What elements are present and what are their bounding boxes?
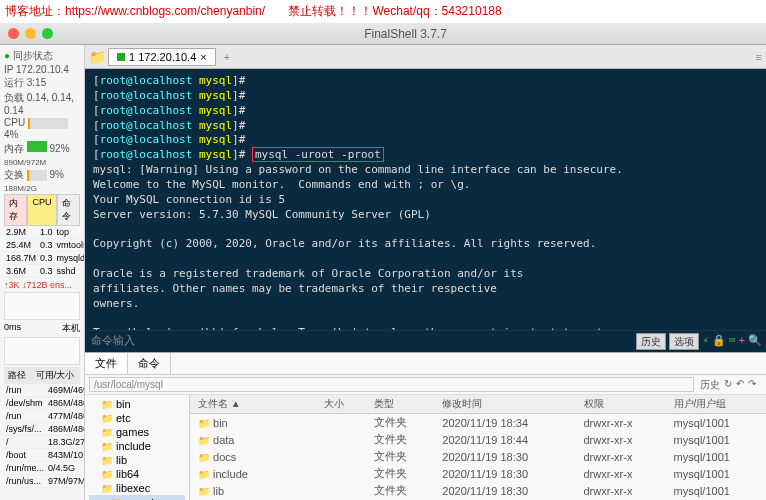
file-list[interactable]: 文件名 ▲大小类型修改时间权限用户/用户组 📁 bin文件夹2020/11/19… — [190, 395, 766, 500]
lock-icon[interactable]: 🔒 — [712, 334, 726, 349]
session-tab[interactable]: 1 172.20.10.4× — [108, 48, 216, 66]
history-button[interactable]: 历史 — [636, 333, 666, 351]
window-title: FinalShell 3.7.7 — [53, 27, 758, 41]
refresh-icon[interactable]: ↻ — [724, 378, 732, 392]
maximize-window-button[interactable] — [42, 28, 53, 39]
bolt-icon[interactable]: ⚡ — [702, 334, 709, 349]
back-icon[interactable]: ↶ — [736, 378, 744, 392]
header-warning: 博客地址：https://www.cnblogs.com/chenyanbin/… — [0, 0, 766, 23]
session-tab-bar: 📁 1 172.20.10.4× + ≡ — [85, 45, 766, 69]
menu-icon[interactable]: ≡ — [756, 51, 762, 63]
tab-files[interactable]: 文件 — [85, 353, 128, 374]
sidebar-stats: ● 同步状态 IP 172.20.10.4 运行 3:15 负载 0.14, 0… — [0, 45, 85, 500]
ping-chart — [4, 337, 80, 365]
network-chart — [4, 292, 80, 320]
window-titlebar: FinalShell 3.7.7 — [0, 23, 766, 45]
new-tab-button[interactable]: + — [218, 49, 236, 65]
search-icon[interactable]: 🔍 — [748, 334, 762, 349]
options-button[interactable]: 选项 — [669, 333, 699, 351]
folder-tree[interactable]: 📁 bin📁 etc📁 games📁 include📁 lib📁 lib64📁 … — [85, 395, 190, 500]
path-history-button[interactable]: 历史 — [700, 378, 720, 392]
minimize-window-button[interactable] — [25, 28, 36, 39]
close-tab-icon[interactable]: × — [200, 51, 206, 63]
file-panel: 文件 命令 /usr/local/mysql 历史 ↻ ↶ ↷ 📁 bin📁 e… — [85, 352, 766, 500]
terminal-output[interactable]: [root@localhost mysql]# [root@localhost … — [85, 69, 766, 352]
forward-icon[interactable]: ↷ — [748, 378, 756, 392]
plus-icon[interactable]: + — [738, 334, 745, 349]
tab-commands[interactable]: 命令 — [128, 353, 171, 374]
path-input[interactable]: /usr/local/mysql — [89, 377, 694, 392]
close-window-button[interactable] — [8, 28, 19, 39]
keyboard-icon[interactable]: ⌨ — [729, 334, 736, 349]
command-input[interactable]: 命令输入 — [85, 331, 632, 353]
sessions-folder-icon[interactable]: 📁 — [89, 49, 106, 65]
